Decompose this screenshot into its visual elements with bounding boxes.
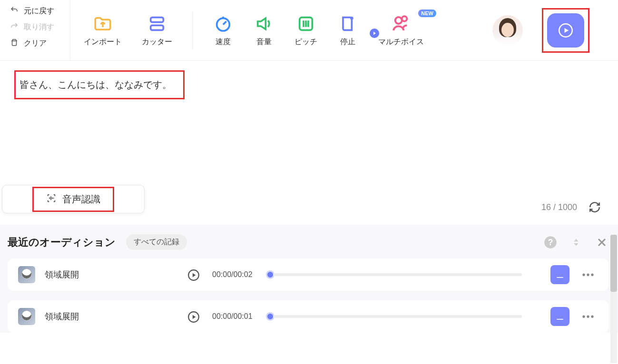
volume-button[interactable]: 音量 — [254, 13, 275, 47]
svg-point-5 — [395, 17, 402, 24]
svg-point-6 — [402, 16, 407, 21]
speed-button[interactable]: 速度 — [213, 13, 234, 47]
svg-point-4 — [350, 17, 353, 20]
pitch-label: ピッチ — [294, 37, 317, 47]
toolbar-right-group — [492, 8, 618, 53]
toolbar-main-group: インポート カッター 速度 音量 ピッチ — [70, 0, 618, 60]
voice-avatar[interactable] — [492, 15, 523, 46]
svg-text:?: ? — [548, 237, 553, 247]
recent-header-actions: ? — [544, 236, 608, 249]
svg-rect-1 — [151, 25, 164, 30]
scrollbar-thumb[interactable] — [610, 235, 617, 292]
record-play-button[interactable] — [187, 269, 199, 280]
pitch-icon — [295, 13, 316, 34]
editor-text: 皆さん、こんにちは、ななみです。 — [14, 70, 185, 99]
record-row: 領域展開 00:00/00:01 ••• — [8, 300, 608, 333]
stop-icon — [337, 13, 358, 34]
cutter-icon — [147, 13, 167, 34]
counter-current: 16 — [541, 202, 551, 212]
stop-button[interactable]: 停止 — [337, 13, 358, 47]
text-editor-area[interactable]: 皆さん、こんにちは、ななみです。 — [0, 61, 618, 99]
pitch-button[interactable]: ピッチ — [294, 13, 317, 47]
record-thumbnail — [18, 266, 35, 283]
redo-icon — [10, 22, 19, 32]
sort-icon[interactable] — [569, 236, 583, 249]
char-counter: 16 / 1000 — [541, 201, 601, 213]
import-button[interactable]: インポート — [84, 13, 122, 47]
multivoice-icon — [391, 13, 412, 34]
editor-footer-row: 音声認識 16 / 1000 — [0, 185, 618, 220]
go-arrow-icon — [370, 29, 379, 38]
download-button[interactable] — [550, 265, 569, 284]
download-button[interactable] — [550, 307, 569, 326]
progress-track — [273, 315, 522, 318]
volume-icon — [254, 13, 275, 34]
record-progress[interactable] — [266, 270, 522, 279]
toolbar-divider — [192, 11, 193, 49]
more-button[interactable]: ••• — [579, 269, 598, 280]
redo-button[interactable]: 取り消す — [10, 22, 70, 32]
clear-button[interactable]: クリア — [10, 38, 70, 48]
undo-button[interactable]: 元に戻す — [10, 6, 70, 16]
speed-icon — [213, 13, 234, 34]
refresh-button[interactable] — [589, 201, 601, 213]
speed-label: 速度 — [216, 37, 231, 47]
record-row: 領域展開 00:00/00:02 ••• — [8, 259, 608, 291]
cutter-label: カッター — [142, 37, 172, 47]
record-title: 領域展開 — [45, 269, 178, 280]
record-thumbnail — [18, 308, 35, 325]
recent-title: 最近のオーディション — [8, 235, 116, 249]
close-icon[interactable] — [595, 236, 608, 249]
voice-recog-label: 音声認識 — [62, 193, 100, 206]
clear-label: クリア — [24, 38, 47, 48]
voice-recog-icon — [46, 193, 57, 206]
new-badge: NEW — [418, 10, 436, 17]
top-toolbar: 元に戻す 取り消す クリア インポート カッター — [0, 0, 618, 61]
record-progress[interactable] — [266, 312, 522, 321]
main-play-button[interactable] — [547, 13, 584, 48]
counter-separator: / — [553, 202, 556, 212]
multivoice-button[interactable]: NEW マルチボイス — [378, 13, 424, 47]
folder-import-icon — [92, 13, 113, 34]
voice-recognition-button[interactable]: 音声認識 — [32, 187, 114, 212]
cutter-button[interactable]: カッター — [142, 13, 172, 47]
recent-auditions-panel: 最近のオーディション すべての記録 ? 領域展開 00:00/00:02 — [0, 225, 618, 333]
more-button[interactable]: ••• — [579, 311, 598, 322]
svg-rect-0 — [151, 18, 164, 22]
all-records-chip[interactable]: すべての記録 — [126, 234, 187, 250]
recent-header: 最近のオーディション すべての記録 ? — [8, 234, 608, 250]
voice-recog-card: 音声認識 — [2, 185, 145, 213]
record-play-button[interactable] — [187, 311, 199, 322]
record-time: 00:00/00:02 — [212, 270, 253, 279]
undo-icon — [10, 6, 19, 16]
toolbar-left-group: 元に戻す 取り消す クリア — [0, 0, 70, 60]
record-title: 領域展開 — [45, 311, 178, 322]
counter-max: 1000 — [558, 202, 577, 212]
help-icon[interactable]: ? — [544, 236, 557, 249]
play-button-highlight — [542, 8, 589, 53]
multivoice-label: マルチボイス — [378, 37, 424, 47]
stop-label: 停止 — [340, 37, 355, 47]
volume-label: 音量 — [256, 37, 272, 47]
import-label: インポート — [84, 37, 122, 47]
redo-label: 取り消す — [24, 22, 54, 32]
record-time: 00:00/00:01 — [212, 312, 253, 321]
progress-track — [273, 273, 522, 276]
undo-label: 元に戻す — [24, 6, 54, 16]
clear-icon — [10, 38, 19, 48]
